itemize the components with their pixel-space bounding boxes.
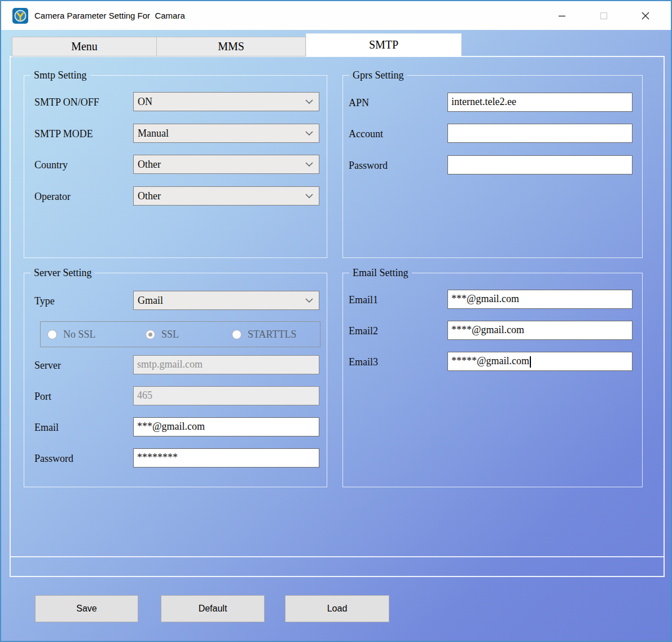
label-type: Type xyxy=(34,291,55,310)
smtp-onoff-dropdown[interactable]: ON xyxy=(133,92,319,111)
close-button[interactable] xyxy=(633,1,658,30)
default-button[interactable]: Default xyxy=(161,595,265,622)
radio-ssl-label: SSL xyxy=(161,329,179,340)
chevron-down-icon xyxy=(305,194,313,198)
label-gprs-password: Password xyxy=(349,155,388,174)
label-port: Port xyxy=(34,386,51,405)
operator-value: Other xyxy=(134,190,161,202)
smtp-mode-value: Manual xyxy=(134,128,169,139)
group-server-setting: Server Setting Type Gmail No SSL SSL STA… xyxy=(24,273,327,487)
load-button[interactable]: Load xyxy=(285,595,389,622)
server-type-dropdown[interactable]: Gmail xyxy=(133,291,319,310)
group-title-server-setting: Server Setting xyxy=(30,267,95,279)
tab-smtp[interactable]: SMTP xyxy=(306,33,462,56)
panel-bottom-divider xyxy=(11,556,664,557)
titlebar: Camera Parameter Setting For Camara xyxy=(1,1,671,30)
chevron-down-icon xyxy=(305,99,313,104)
tab-menu[interactable]: Menu xyxy=(12,37,157,56)
window-title: Camera Parameter Setting For Camara xyxy=(34,11,185,20)
group-title-smtp-setting: Smtp Setting xyxy=(30,69,90,81)
apn-value: internet.tele2.ee xyxy=(451,96,516,107)
country-dropdown[interactable]: Other xyxy=(133,155,319,174)
ssl-option-group: No SSL SSL STARTTLS xyxy=(40,321,320,347)
server-email-value: ***@gmail.com xyxy=(137,421,205,432)
server-host-value: smtp.gmail.com xyxy=(137,359,203,370)
chevron-down-icon xyxy=(305,162,313,167)
app-logo-icon xyxy=(12,8,28,24)
label-country: Country xyxy=(34,155,68,174)
radio-button-icon xyxy=(47,330,57,339)
maximize-icon xyxy=(600,12,608,20)
port-value: 465 xyxy=(137,390,152,401)
label-server: Server xyxy=(34,355,61,374)
email1-value: ***@gmail.com xyxy=(451,293,519,304)
label-server-email: Email xyxy=(34,417,59,436)
email3-value: *****@gmail.com xyxy=(451,355,529,366)
tab-bar: Menu MMS SMTP xyxy=(12,33,462,56)
close-icon xyxy=(641,11,650,20)
label-email1: Email1 xyxy=(349,290,378,309)
email1-input[interactable]: ***@gmail.com xyxy=(447,290,633,309)
text-caret xyxy=(530,356,531,368)
gprs-password-input[interactable] xyxy=(447,155,633,174)
operator-dropdown[interactable]: Other xyxy=(133,186,319,206)
radio-ssl: SSL xyxy=(146,322,179,347)
label-smtp-onoff: SMTP ON/OFF xyxy=(34,92,99,111)
radio-no-ssl: No SSL xyxy=(47,322,96,347)
app-window: Camera Parameter Setting For Camara Menu… xyxy=(0,0,672,642)
radio-starttls-label: STARTTLS xyxy=(248,329,296,340)
smtp-onoff-value: ON xyxy=(134,96,152,108)
radio-button-icon xyxy=(232,330,241,339)
email2-value: ****@gmail.com xyxy=(451,324,524,335)
save-button[interactable]: Save xyxy=(35,595,138,622)
label-email3: Email3 xyxy=(349,352,378,371)
port-input: 465 xyxy=(133,386,319,405)
window-controls xyxy=(533,1,671,30)
minimize-button[interactable] xyxy=(549,1,575,30)
chevron-down-icon xyxy=(305,131,313,136)
group-smtp-setting: Smtp Setting SMTP ON/OFF ON SMTP MODE Ma… xyxy=(24,75,327,258)
maximize-button xyxy=(591,1,617,30)
label-operator: Operator xyxy=(34,186,71,206)
minimize-icon xyxy=(558,12,566,20)
radio-button-selected-icon xyxy=(146,330,155,339)
label-email2: Email2 xyxy=(349,321,378,340)
group-title-email-setting: Email Setting xyxy=(349,267,412,279)
label-smtp-mode: SMTP MODE xyxy=(34,124,93,143)
apn-input[interactable]: internet.tele2.ee xyxy=(447,93,633,112)
radio-starttls: STARTTLS xyxy=(232,322,296,347)
group-email-setting: Email Setting Email1 ***@gmail.com Email… xyxy=(342,273,643,487)
country-value: Other xyxy=(134,159,161,171)
label-apn: APN xyxy=(349,93,369,112)
server-host-input: smtp.gmail.com xyxy=(133,355,319,374)
label-account: Account xyxy=(349,124,383,143)
server-password-value: ******** xyxy=(137,452,178,463)
group-gprs-setting: Gprs Setting APN internet.tele2.ee Accou… xyxy=(342,75,643,258)
chevron-down-icon xyxy=(305,298,313,303)
email2-input[interactable]: ****@gmail.com xyxy=(447,321,633,340)
server-password-input[interactable]: ******** xyxy=(133,448,319,468)
email3-input[interactable]: *****@gmail.com xyxy=(447,352,633,371)
radio-no-ssl-label: No SSL xyxy=(63,329,96,340)
group-title-gprs-setting: Gprs Setting xyxy=(349,69,407,81)
tab-mms[interactable]: MMS xyxy=(157,37,306,56)
server-email-input[interactable]: ***@gmail.com xyxy=(133,417,319,436)
label-server-password: Password xyxy=(34,448,73,468)
account-input[interactable] xyxy=(447,124,633,143)
server-type-value: Gmail xyxy=(134,295,163,307)
smtp-mode-dropdown[interactable]: Manual xyxy=(133,124,319,143)
